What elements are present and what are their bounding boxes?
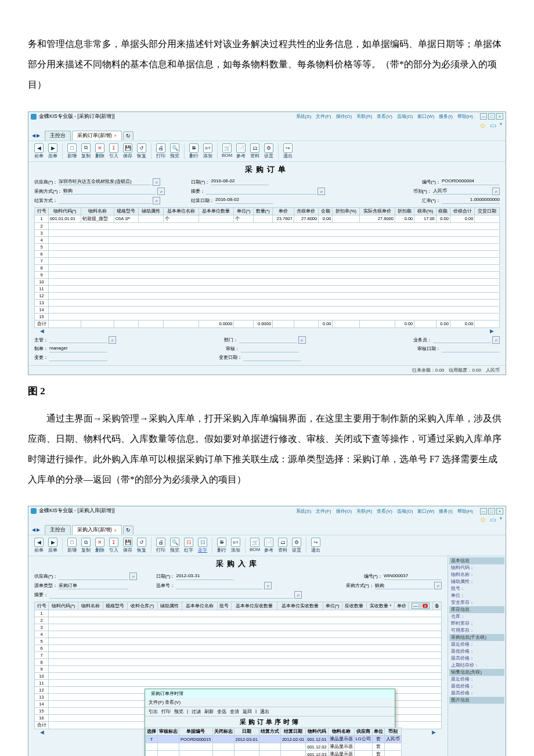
print-button[interactable]: 🖨打印	[155, 143, 167, 159]
tab-home[interactable]: 主控台	[45, 131, 71, 141]
tab-restore-icon[interactable]: ↻	[123, 131, 134, 140]
ref-button[interactable]: 📄参考	[235, 143, 247, 159]
currency-field[interactable]: 人民币	[433, 188, 491, 195]
save-button[interactable]: 💾保存	[122, 143, 134, 159]
method-field[interactable]: 赊购	[375, 582, 433, 589]
scroll-left-icon[interactable]: ◀	[40, 729, 44, 735]
tab-close-icon[interactable]: ×	[114, 134, 117, 138]
next-bill-button[interactable]: ▶后单	[47, 538, 59, 553]
close-icon[interactable]: ×	[496, 508, 503, 514]
popup-grid[interactable]: 选择审核标志单据编号关闭标志日期结算方式结算日期物料代码物料名称供应商单位币别 …	[145, 728, 402, 756]
restore-button[interactable]: ↺恢复	[136, 143, 147, 159]
dropdown-icon[interactable]: ▾	[500, 516, 502, 524]
date-field[interactable]: 2012-03-31	[176, 573, 234, 580]
addrow-button[interactable]: ≡+添加	[230, 538, 241, 553]
lookup-icon[interactable]: ⌕	[153, 197, 160, 204]
order-lines-grid[interactable]: 行号物料代码(*)物料名称规格型号辅助属性基本单位名称基本单位数量单位(*)数量…	[34, 207, 500, 328]
popup-menu[interactable]: 文件(F) 查看(V)	[145, 698, 395, 707]
tab-next-icon[interactable]: ▶	[37, 133, 40, 138]
lookup-icon[interactable]: ⌕	[157, 188, 165, 195]
operator-field[interactable]	[433, 336, 491, 343]
rate-field[interactable]: 1.0000000000	[442, 197, 500, 204]
copy-button[interactable]: ⧉复制	[80, 143, 92, 159]
lookup-icon[interactable]: ⌕	[492, 336, 500, 344]
src-type-field[interactable]: 采购订单	[59, 582, 128, 589]
number-field[interactable]: WIN000037	[384, 573, 442, 580]
save-button[interactable]: 💾保存	[122, 538, 134, 553]
supplier-field[interactable]: 深圳市旺兴达五金线材批发(连锁店)	[59, 178, 151, 185]
settle-date-field[interactable]: 2016-08-02	[215, 197, 273, 204]
maximize-icon[interactable]: □	[488, 113, 495, 120]
import-button[interactable]: ↧引入	[108, 538, 120, 553]
next-bill-button[interactable]: ▶后单	[47, 143, 59, 159]
delrow-button[interactable]: ≡̶删行	[216, 538, 228, 553]
lookup-icon[interactable]: ⌕	[298, 336, 306, 344]
lookup-icon[interactable]: ⌕	[317, 188, 325, 195]
preview-button[interactable]: 🔍预览	[169, 538, 181, 553]
settings-button[interactable]: ⚙设置	[291, 538, 302, 553]
number-field[interactable]: POORD000004	[442, 178, 500, 185]
copy-button[interactable]: ⧉复制	[80, 538, 92, 553]
minimize-icon[interactable]: —	[480, 113, 487, 120]
settings-button[interactable]: ⚙设置	[263, 143, 275, 159]
bom-button[interactable]: 🛒BOM	[221, 143, 233, 159]
delete-button[interactable]: ✕删除	[94, 143, 106, 159]
tab-purchase-in[interactable]: 采购入库(新增)×	[72, 525, 122, 535]
note-field[interactable]	[49, 592, 293, 599]
scroll-left-icon[interactable]: ◀	[40, 328, 44, 334]
exit-button[interactable]: ↪退出	[282, 143, 294, 159]
new-button[interactable]: □新增	[66, 538, 78, 553]
lookup-icon[interactable]: ⌕	[294, 591, 302, 599]
lookup-icon[interactable]: ⌕	[492, 188, 500, 195]
lookup-icon[interactable]: ⌕	[129, 573, 137, 580]
manager-field[interactable]	[49, 336, 107, 343]
red-button[interactable]: 日红字	[183, 538, 194, 553]
maximize-icon[interactable]: □	[488, 508, 495, 514]
scroll-right-icon[interactable]: ▶	[432, 729, 436, 735]
tab-restore-icon[interactable]: ↻	[123, 525, 134, 534]
prev-bill-button[interactable]: ◀前单	[33, 143, 45, 159]
tab-prev-icon[interactable]: ◀	[32, 527, 35, 532]
select-no-field[interactable]	[176, 582, 263, 589]
tab-purchase-order[interactable]: 采购订单(新增)×	[72, 131, 122, 141]
tab-close-icon[interactable]: ×	[114, 528, 117, 532]
minimize-icon[interactable]: —	[480, 508, 487, 514]
tab-prev-icon[interactable]: ◀	[32, 133, 35, 138]
ref-button[interactable]: 📄参考	[263, 538, 275, 553]
bom-button[interactable]: 🛒BOM	[249, 538, 261, 553]
prev-bill-button[interactable]: ◀前单	[33, 538, 45, 553]
lookup-icon[interactable]: ⌕	[153, 178, 160, 186]
table-row: TPOORD0000152012-03-012012-02-01001.12.0…	[146, 736, 402, 743]
popup-toolbar[interactable]: 引出打印预览|过滤刷新全选全清返回|退出	[145, 707, 395, 717]
lookup-icon[interactable]: ⌕	[109, 336, 116, 344]
import-button[interactable]: ↧引入	[108, 143, 120, 159]
tab-next-icon[interactable]: ▶	[37, 527, 40, 532]
department-field[interactable]	[239, 336, 297, 343]
exit-button[interactable]: ↪退出	[310, 538, 322, 553]
data-button[interactable]: 🗂资料	[249, 143, 261, 159]
blue-button[interactable]: 日蓝字	[197, 538, 208, 553]
lookup-icon[interactable]: ⌕	[264, 582, 272, 589]
close-icon[interactable]: ×	[496, 113, 503, 120]
data-button[interactable]: 🗂资料	[277, 538, 288, 553]
dropdown-icon[interactable]: ▾	[500, 121, 502, 129]
settle-method-field[interactable]	[59, 197, 151, 204]
note-field[interactable]	[206, 188, 316, 195]
date-field[interactable]: 2016-08-02	[211, 178, 269, 185]
amount-header-control[interactable]: —□x	[412, 603, 430, 609]
print-button[interactable]: 🖨打印	[155, 538, 167, 553]
restore-button[interactable]: ↺恢复	[136, 538, 147, 553]
new-button[interactable]: □新增	[66, 143, 78, 159]
addrow-button[interactable]: ≡+添加	[202, 143, 214, 159]
scroll-right-icon[interactable]: ▶	[490, 328, 494, 334]
lookup-icon[interactable]: ⌕	[434, 582, 442, 589]
popup-heading: 采购订单序时簿	[145, 717, 395, 728]
supplier-field[interactable]	[59, 573, 128, 580]
main-menu[interactable]: 系统(S)文件(F)操作(O)关联(R)查看(V)选项(O)窗口(W)服务(I)…	[293, 113, 477, 120]
main-menu[interactable]: 系统(S)文件(F)操作(O)关联(R)查看(V)选项(O)窗口(W)服务(I)…	[293, 508, 477, 514]
tab-home[interactable]: 主控台	[45, 525, 71, 535]
purchase-method-field[interactable]: 赊购	[63, 188, 156, 195]
preview-button[interactable]: 🔍预览	[169, 143, 181, 159]
delete-button[interactable]: ✕删除	[94, 538, 106, 553]
delrow-button[interactable]: ≡̶删行	[188, 143, 200, 159]
